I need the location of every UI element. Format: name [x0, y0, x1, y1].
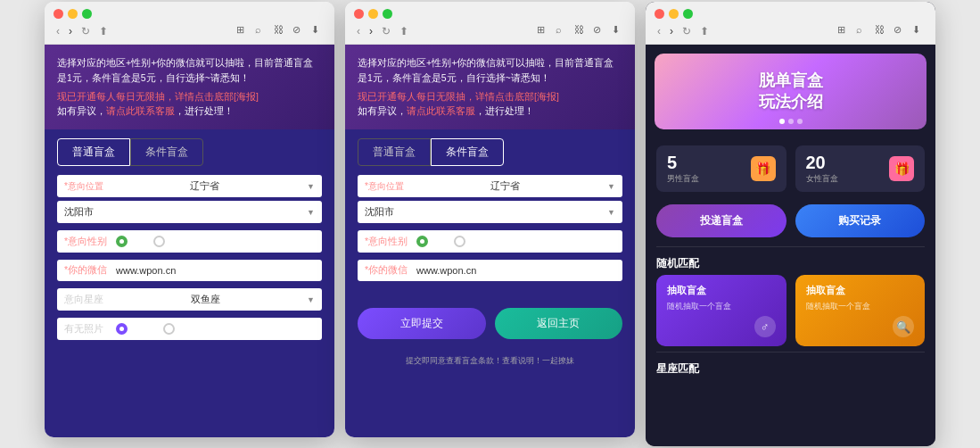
form-section-2: *意向位置 辽宁省 ▼ 沈阳市 ▼ *意向性别 [345, 166, 635, 297]
action-row: 投递盲盒 购买记录 [646, 199, 935, 243]
back-button-2[interactable]: ‹ [354, 24, 363, 38]
grid-icon-3: ⊞ [837, 24, 852, 38]
share-button-2[interactable]: ⬆ [397, 24, 411, 38]
location-select-2[interactable]: *意向位置 辽宁省 ▼ [358, 175, 622, 197]
wechat-label: *你的微信 [64, 264, 109, 277]
banner-dot-3[interactable] [797, 119, 803, 124]
search-icon-2[interactable]: ⌕ [556, 24, 570, 38]
location-select[interactable]: *意向位置 辽宁省 ▼ [57, 175, 322, 197]
maximize-button-3[interactable] [683, 9, 693, 19]
stat-male-info: 5 男性盲盒 [667, 153, 745, 185]
city-select-2[interactable]: 沈阳市 ▼ [358, 201, 622, 223]
gender-options-2: 男 女 [416, 235, 479, 248]
submit-button[interactable]: 立即提交 [358, 308, 486, 339]
back-button-3[interactable]: ‹ [655, 24, 663, 38]
wechat-field: *你的微信 www.wpon.cn [57, 260, 322, 281]
divider-1 [656, 246, 925, 247]
share-button[interactable]: ⬆ [96, 24, 111, 38]
banner-dot-2[interactable] [788, 119, 794, 124]
tab2-condition-box[interactable]: 条件盲盒 [431, 138, 504, 166]
browser-chrome-1: ‹ › ↻ ⬆ ⊞ ⌕ ⛓ ⊘ ⬇ [45, 2, 334, 45]
gender-male-option-2[interactable]: 男 [416, 235, 441, 248]
photo-yes-radio[interactable] [163, 323, 175, 335]
back-button[interactable]: ‹ [54, 24, 62, 38]
constellation-select[interactable]: 意向星座 双鱼座 ▼ [57, 288, 322, 311]
wechat-input-2[interactable]: www.wpon.cn [416, 265, 615, 276]
tabs-row-1: 普通盲盒 条件盲盒 [45, 129, 334, 166]
match-card-search-title: 抽取盲盒 [806, 284, 915, 297]
grid-icon: ⊞ [236, 24, 251, 38]
submit-box-button[interactable]: 投递盲盒 [656, 204, 786, 237]
photo-random-option[interactable]: 随机 [116, 322, 151, 336]
tab-condition-box[interactable]: 条件盲盒 [130, 138, 203, 166]
city-arrow-2: ▼ [607, 208, 615, 217]
match-card-male[interactable]: 抽取盲盒 随机抽取一个盲盒 ♂ [656, 275, 786, 346]
minimize-button[interactable] [68, 9, 78, 19]
tab-normal-box[interactable]: 普通盲盒 [57, 138, 130, 166]
gender-female-radio[interactable] [153, 236, 165, 247]
close-button-3[interactable] [655, 9, 664, 19]
location-label-2: *意向位置 [365, 180, 404, 193]
gender-female-radio-2[interactable] [454, 236, 465, 247]
maximize-button[interactable] [82, 9, 92, 19]
close-button-2[interactable] [354, 9, 364, 19]
banner-dots [779, 119, 803, 124]
search-icon-3[interactable]: ⌕ [856, 24, 870, 38]
header-highlight2[interactable]: 请点此联系客服 [106, 105, 175, 116]
download-icon[interactable]: ⬇ [311, 24, 325, 38]
minimize-button-3[interactable] [669, 9, 679, 19]
purchase-record-button[interactable]: 购买记录 [795, 204, 926, 237]
minimize-button-2[interactable] [368, 9, 378, 19]
gender-male-radio-2[interactable] [416, 236, 428, 247]
app-content-1: 选择对应的地区+性别+你的微信就可以抽啦，目前普通盲盒是1元，条件盲盒是5元，自… [45, 45, 334, 437]
nav-bar-1: ‹ › ↻ ⬆ ⊞ ⌕ ⛓ ⊘ ⬇ [54, 24, 325, 38]
app-header-2: 选择对应的地区+性别+你的微信就可以抽啦，目前普通盲盒是1元，条件盲盒是5元，自… [345, 45, 635, 129]
forward-button[interactable]: › [66, 24, 75, 38]
maximize-button-2[interactable] [383, 9, 392, 19]
app-content-2: 选择对应的地区+性别+你的微信就可以抽啦，目前普通盲盒是1元，条件盲盒是5元，自… [345, 45, 635, 437]
search-icon[interactable]: ⌕ [255, 24, 269, 38]
gender-row: *意向性别 男 女 [57, 230, 322, 253]
city-select[interactable]: 沈阳市 ▼ [57, 201, 322, 223]
share-button-3[interactable]: ⬆ [697, 24, 712, 38]
gender-field: *意向性别 男 女 [57, 230, 322, 253]
banner-dot-1[interactable] [779, 119, 785, 124]
stats-row: 5 男性盲盒 🎁 20 女性盲盒 🎁 [646, 138, 935, 199]
photo-random-radio[interactable] [116, 323, 128, 335]
header2-highlight1[interactable]: 现已开通每人每日无限抽，详情点击底部[海报] [358, 91, 559, 102]
header-highlight1[interactable]: 现已开通每人每日无限抽，详情点击底部[海报] [57, 91, 259, 102]
stat-male-label: 男性盲盒 [667, 173, 745, 185]
stat-female: 20 女性盲盒 🎁 [795, 145, 926, 192]
refresh-button-2[interactable]: ↻ [379, 24, 393, 38]
gender-female-option[interactable]: 女 [153, 235, 178, 248]
section-constellation-title: 星座匹配 [646, 356, 935, 380]
refresh-button[interactable]: ↻ [78, 24, 93, 38]
download-icon-3[interactable]: ⬇ [912, 24, 926, 38]
constellation-value: 双鱼座 [191, 293, 220, 306]
match-card-search[interactable]: 抽取盲盒 随机抽取一个盲盒 🔍 [795, 275, 926, 346]
wechat-row: *你的微信 www.wpon.cn [57, 260, 322, 281]
header-notice1: 选择对应的地区+性别+你的微信就可以抽啦，目前普通盲盒是1元，条件盲盒是5元，自… [57, 55, 322, 86]
refresh-button-3[interactable]: ↻ [679, 24, 694, 38]
browser-chrome-2: ‹ › ↻ ⬆ ⊞ ⌕ ⛓ ⊘ ⬇ [345, 2, 635, 45]
photo-yes-option[interactable]: 有 [163, 322, 188, 336]
photo-random-label: 随机 [131, 322, 151, 336]
header2-highlight2[interactable]: 请点此联系客服 [407, 105, 475, 116]
stat-female-number: 20 [806, 153, 885, 173]
tab2-normal-box[interactable]: 普通盲盒 [358, 138, 431, 166]
gender-male-option[interactable]: 男 [116, 235, 141, 248]
forward-button-3[interactable]: › [667, 24, 676, 38]
gender-male-radio[interactable] [116, 236, 128, 247]
wechat-input[interactable]: www.wpon.cn [116, 265, 315, 276]
screen1-window: ‹ › ↻ ⬆ ⊞ ⌕ ⛓ ⊘ ⬇ 选择对应的地区+性别+你的微信就可以抽啦，目… [45, 2, 334, 437]
photo-label: 有无照片 [64, 323, 109, 336]
forward-button-2[interactable]: › [366, 24, 375, 38]
close-button[interactable] [54, 9, 63, 19]
gender-female-option-2[interactable]: 女 [454, 235, 479, 248]
link-icon-2: ⛓ [574, 24, 589, 38]
download-icon-2[interactable]: ⬇ [612, 24, 626, 38]
block-icon-3: ⊘ [894, 24, 908, 38]
constellation-arrow: ▼ [307, 295, 315, 304]
gender-label-2: *意向性别 [365, 236, 409, 248]
home-button[interactable]: 返回主页 [495, 308, 623, 339]
